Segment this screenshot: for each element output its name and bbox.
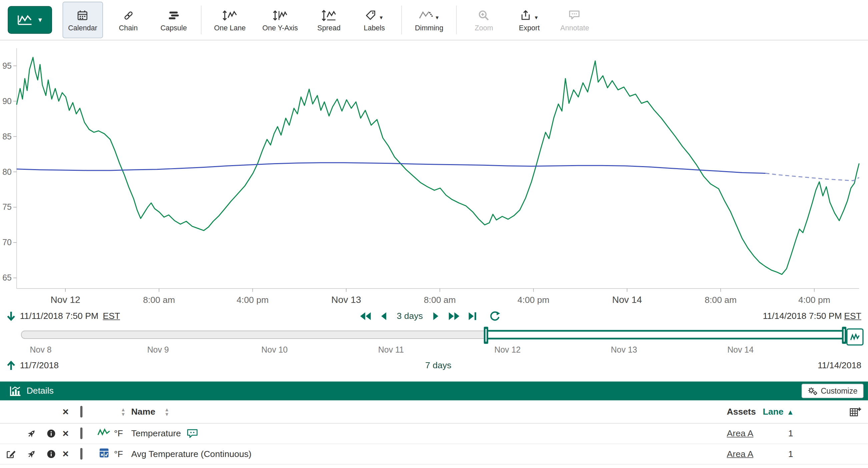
trend-wave-icon — [850, 333, 860, 341]
timezone-link[interactable]: EST — [844, 311, 861, 321]
display-range-controls: 11/11/2018 7:50 PM EST 3 days — [0, 306, 868, 326]
add-column-icon[interactable] — [849, 406, 861, 417]
signal-icon — [97, 428, 111, 439]
avg-temperature-series-forecast[interactable] — [766, 173, 859, 180]
toolbar-button-spread[interactable]: Spread — [309, 2, 349, 38]
toolbar-divider — [456, 6, 457, 34]
auto-update-button[interactable] — [846, 328, 863, 345]
chevron-down-icon: ▼ — [534, 15, 539, 21]
scalar-table-icon — [98, 447, 110, 461]
chevron-down-icon: ▼ — [379, 15, 384, 21]
avg-temperature-series-line[interactable] — [17, 163, 766, 173]
select-all-checkbox[interactable] — [81, 407, 83, 417]
toolbar-button-dimming[interactable]: ▼ Dimming — [409, 2, 449, 38]
selection-right-handle[interactable] — [842, 327, 846, 344]
slider-date-label: Nov 14 — [727, 345, 754, 354]
toolbar-button-annotate[interactable]: Annotate — [555, 2, 595, 38]
range-steppers: 3 days — [359, 311, 500, 322]
slider-date-label: Nov 13 — [611, 345, 637, 354]
item-name-cell[interactable]: Avg Temperature (Continuous) — [131, 449, 251, 459]
slider-date-label: Nov 11 — [378, 345, 404, 354]
toolbar-button-labels[interactable]: ▼ Labels — [354, 2, 395, 38]
step-forward-button[interactable] — [432, 311, 440, 321]
toolbar-button-capsule[interactable]: Capsule — [154, 2, 194, 38]
step-back-button[interactable] — [379, 311, 387, 321]
row-checkbox[interactable] — [81, 429, 83, 439]
details-table-header: × ▲▼ Name ▲▼ Assets Lane▲ — [0, 400, 868, 423]
toolbar-button-one-lane[interactable]: One Lane — [209, 2, 251, 38]
column-header-name[interactable]: Name — [131, 407, 155, 417]
timezone-link[interactable]: EST — [103, 311, 120, 321]
display-range-start[interactable]: 11/11/2018 7:50 PM EST — [7, 311, 120, 321]
investigate-range-controls: 11/7/2018 7 days 11/14/2018 — [0, 360, 868, 374]
investigate-axis-labels: Nov 8Nov 9Nov 10Nov 11Nov 12Nov 13Nov 14 — [21, 345, 841, 355]
unit-label: °F — [114, 429, 123, 439]
sort-icon[interactable]: ▲▼ — [121, 407, 126, 416]
toolbar-button-label: Chain — [119, 24, 138, 32]
sort-asc-icon: ▲ — [787, 408, 794, 416]
y-tick-label: 75 — [2, 202, 12, 211]
trend-chart[interactable]: 65707580859095Nov 128:00 am4:00 pmNov 13… — [0, 40, 868, 306]
info-icon[interactable] — [46, 429, 56, 438]
info-icon[interactable] — [46, 449, 56, 459]
calendar-icon — [77, 8, 89, 23]
view-selector-button[interactable]: ▼ — [8, 6, 52, 34]
x-tick-label: Nov 12 — [50, 294, 80, 305]
row-checkbox[interactable] — [81, 449, 83, 459]
details-table: × ▲▼ Name ▲▼ Assets Lane▲ — [0, 400, 868, 465]
customize-button[interactable]: Customize — [801, 384, 863, 398]
toolbar-button-calendar[interactable]: Calendar — [63, 2, 103, 38]
toolbar-button-label: Annotate — [560, 24, 589, 32]
trend-chart-svg[interactable]: 65707580859095Nov 128:00 am4:00 pmNov 13… — [0, 40, 868, 306]
remove-item-icon[interactable]: × — [63, 429, 69, 438]
seeq-trend-view: ▼ Calendar — [0, 0, 868, 468]
y-tick-label: 65 — [2, 273, 12, 282]
slider-date-label: Nov 9 — [147, 345, 169, 354]
step-to-end-button[interactable] — [468, 311, 478, 321]
table-row[interactable]: × °F Avg Temperature (Continuous) Area A… — [0, 444, 868, 464]
sort-icon[interactable]: ▲▼ — [164, 407, 169, 416]
investigate-range-area: Nov 8Nov 9Nov 10Nov 11Nov 12Nov 13Nov 14… — [0, 326, 868, 382]
annotation-bubble-icon[interactable] — [186, 429, 198, 439]
step-back-half-button[interactable] — [359, 311, 372, 321]
asset-swap-icon[interactable] — [27, 449, 37, 459]
display-range-start-text: 11/11/2018 7:50 PM — [20, 311, 98, 321]
investigate-duration[interactable]: 7 days — [425, 360, 451, 371]
toolbar-button-one-y-axis[interactable]: One Y-Axis — [257, 2, 304, 38]
asset-swap-icon[interactable] — [27, 429, 37, 439]
x-tick-label: 8:00 am — [143, 295, 175, 305]
investigate-range-start[interactable]: 11/7/2018 — [7, 360, 59, 371]
toolbar-button-export[interactable]: ▼ Export — [509, 2, 550, 38]
table-row[interactable]: × °F Temperature Area A 1 — [0, 423, 868, 444]
arrow-down-icon — [7, 311, 16, 321]
step-forward-half-button[interactable] — [447, 311, 461, 321]
arrow-up-icon — [7, 360, 16, 371]
details-chart-icon — [10, 386, 21, 396]
display-range-selection[interactable] — [486, 330, 844, 339]
remove-item-icon[interactable]: × — [63, 450, 69, 459]
edit-icon[interactable] — [6, 449, 16, 459]
item-name-cell[interactable]: Temperature — [131, 429, 198, 439]
temperature-series-line[interactable] — [17, 57, 859, 274]
export-icon — [520, 9, 532, 22]
display-duration[interactable]: 3 days — [397, 311, 423, 321]
column-header-lane[interactable]: Lane▲ — [763, 407, 794, 417]
slider-date-label: Nov 10 — [261, 345, 288, 354]
display-range-end[interactable]: 11/14/2018 7:50 PM EST — [763, 311, 861, 321]
lane-value: 1 — [788, 449, 793, 459]
spread-icon — [322, 8, 336, 23]
toolbar-button-label: Dimming — [415, 24, 443, 32]
asset-link[interactable]: Area A — [727, 429, 754, 439]
x-tick-label: 4:00 pm — [798, 295, 830, 305]
refresh-button[interactable] — [489, 311, 500, 322]
x-tick-label: 4:00 pm — [518, 295, 550, 305]
investigate-end-text[interactable]: 11/14/2018 — [818, 360, 861, 371]
column-header-assets[interactable]: Assets — [727, 407, 756, 417]
dimming-icon — [418, 9, 433, 22]
toolbar-button-zoom[interactable]: Zoom — [464, 2, 504, 38]
selection-left-handle[interactable] — [484, 327, 488, 344]
asset-link[interactable]: Area A — [727, 449, 754, 459]
remove-all-icon[interactable]: × — [63, 407, 69, 416]
toolbar-button-chain[interactable]: Chain — [108, 2, 148, 38]
unit-label: °F — [114, 449, 123, 459]
